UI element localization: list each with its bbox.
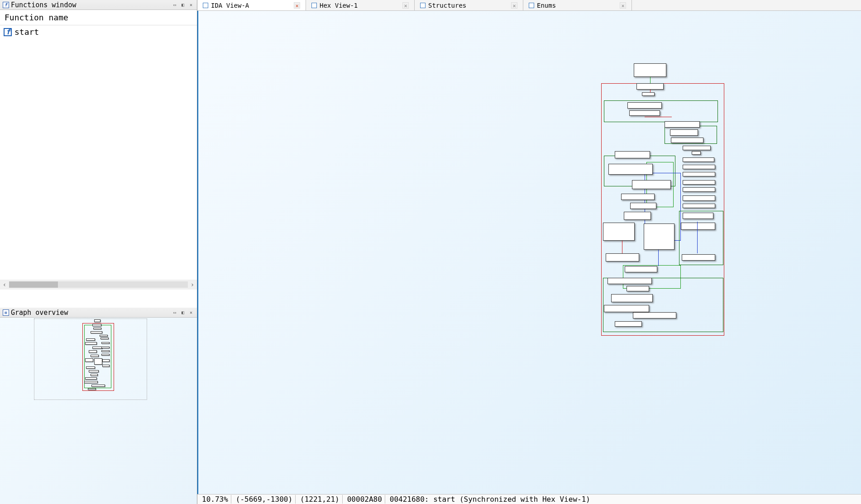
close-icon[interactable]: ✕: [188, 2, 194, 8]
graph-overview-title: Graph overview: [11, 309, 170, 317]
functions-list[interactable]: start: [0, 25, 197, 280]
scroll-right-button[interactable]: ›: [188, 281, 197, 288]
tab-hex-view[interactable]: Hex View-1 ×: [306, 0, 415, 10]
tab-icon: [529, 3, 534, 8]
status-bar: 10.73% (-5669,-1300) (1221,21) 00002A80 …: [197, 494, 861, 504]
functions-panel-header[interactable]: f Functions window ▭ ◧ ✕: [0, 0, 197, 10]
scroll-thumb[interactable]: [9, 281, 58, 288]
function-item[interactable]: start: [0, 25, 197, 38]
tab-enums[interactable]: Enums ×: [523, 0, 632, 10]
status-address-function: 00421680: start (Synchronized with Hex V…: [387, 495, 593, 504]
tab-label: Hex View-1: [320, 2, 358, 9]
tab-icon: [420, 3, 426, 8]
functions-title: Functions window: [11, 1, 170, 9]
status-scroll: (-5669,-1300): [233, 495, 296, 504]
close-icon[interactable]: ✕: [188, 309, 194, 316]
mini-graph: [81, 319, 116, 396]
function-icon: [4, 28, 12, 36]
status-cursor: (1221,21): [297, 495, 343, 504]
functions-panel: f Functions window ▭ ◧ ✕ Function name s…: [0, 0, 197, 290]
graph-overview-header[interactable]: ⊞ Graph overview ▭ ◧ ✕: [0, 308, 197, 318]
tab-label: Structures: [428, 2, 466, 9]
panel-divider[interactable]: [0, 290, 197, 308]
tab-ida-view[interactable]: IDA View-A ×: [197, 0, 306, 10]
left-panel: f Functions window ▭ ◧ ✕ Function name s…: [0, 0, 197, 504]
restore-icon[interactable]: ▭: [172, 309, 178, 316]
dock-icon[interactable]: ◧: [180, 2, 186, 8]
functions-icon: f: [3, 2, 9, 8]
tab-label: IDA View-A: [211, 2, 249, 9]
graph-nodes: [601, 61, 728, 341]
tab-close-icon[interactable]: ×: [511, 2, 517, 9]
tab-label: Enums: [537, 2, 556, 9]
function-name: start: [14, 27, 39, 37]
tab-close-icon[interactable]: ×: [402, 2, 409, 9]
dock-icon[interactable]: ◧: [180, 309, 186, 316]
functions-column-header[interactable]: Function name: [0, 10, 197, 25]
ida-graph-view[interactable]: [197, 11, 861, 494]
tab-close-icon[interactable]: ×: [294, 2, 300, 9]
restore-icon[interactable]: ▭: [172, 2, 178, 8]
graph-icon: ⊞: [3, 309, 9, 316]
scroll-track[interactable]: [9, 281, 188, 288]
tab-structures[interactable]: Structures ×: [415, 0, 523, 10]
status-zoom: 10.73%: [199, 495, 231, 504]
tab-icon: [311, 3, 317, 8]
status-offset: 00002A80: [344, 495, 385, 504]
graph-overview-panel: ⊞ Graph overview ▭ ◧ ✕: [0, 308, 197, 504]
main-panel: IDA View-A × Hex View-1 × Structures × E…: [197, 0, 861, 504]
horizontal-scrollbar[interactable]: ‹ ›: [0, 280, 197, 290]
tab-icon: [203, 3, 208, 8]
scroll-left-button[interactable]: ‹: [0, 281, 9, 288]
graph-overview-canvas[interactable]: [0, 318, 197, 504]
tab-close-icon[interactable]: ×: [620, 2, 626, 9]
tab-bar: IDA View-A × Hex View-1 × Structures × E…: [197, 0, 861, 11]
